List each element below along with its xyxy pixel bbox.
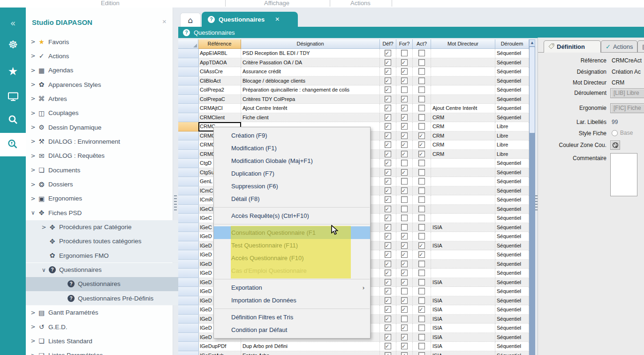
column-header-for[interactable]: For? — [396, 39, 413, 49]
checkbox-unchecked[interactable] — [401, 50, 408, 56]
checkbox-unchecked[interactable] — [418, 343, 425, 349]
cell-for[interactable] — [396, 85, 413, 95]
row-selector-cell[interactable] — [178, 150, 199, 159]
cell-act[interactable] — [413, 67, 431, 77]
cell-designation[interactable]: Assurance crédit — [241, 67, 380, 77]
cell-deroulement[interactable]: Séquentiel — [495, 315, 529, 324]
menu-item-exportation[interactable]: Exportation› — [214, 281, 370, 294]
table-corner-cell[interactable] — [178, 39, 198, 49]
cell-for[interactable] — [396, 195, 413, 205]
cell-deroulement[interactable]: Séquentiel — [495, 214, 529, 223]
cell-mot-directeur[interactable]: Ajout Centre Interêt — [431, 104, 495, 113]
menu-item-importation-de-donnees[interactable]: Importation de Données — [214, 294, 370, 307]
cell-reference[interactable]: AppEIARBL — [198, 49, 241, 58]
cell-for[interactable] — [396, 77, 413, 86]
cell-deroulement[interactable]: Libre — [495, 150, 529, 159]
cell-mot-directeur[interactable]: CRM — [431, 122, 495, 131]
cell-mot-directeur[interactable]: ISIA — [431, 223, 495, 232]
sidebar-item-dialog-environnement[interactable]: >⚒DIALOG : Environnement — [26, 134, 169, 148]
checkbox-checked[interactable] — [385, 206, 391, 212]
tab-questionnaires[interactable]: ? Questionnaires ✕ — [202, 12, 298, 27]
menubar-item-affichage[interactable]: Affichage — [264, 0, 289, 8]
checkbox-checked[interactable] — [401, 169, 408, 176]
cell-def[interactable] — [380, 205, 396, 214]
cell-mot-directeur[interactable] — [431, 95, 495, 104]
cell-deroulement[interactable]: Séquentiel — [495, 49, 529, 58]
cell-reference[interactable]: AppTDAOA — [198, 58, 241, 68]
row-selector-cell[interactable] — [178, 351, 199, 355]
cell-mot-directeur[interactable] — [431, 159, 495, 168]
sidebar-item-agendas[interactable]: >▦Agendas — [26, 63, 169, 77]
cell-def[interactable] — [380, 195, 396, 205]
sidebar-item-documents[interactable]: >❏Documents — [26, 163, 169, 177]
chevron-right-icon[interactable]: > — [30, 124, 37, 131]
checkbox-unchecked[interactable] — [401, 206, 408, 212]
checkbox-unchecked[interactable] — [418, 224, 425, 231]
cell-def[interactable] — [380, 287, 396, 296]
cell-act[interactable] — [413, 223, 431, 232]
checkbox-unchecked[interactable] — [418, 77, 425, 84]
row-selector-cell[interactable] — [178, 186, 199, 196]
cell-for[interactable] — [396, 150, 413, 159]
checkbox-checked[interactable] — [401, 251, 408, 258]
menu-item-modification-globale-maj-f1[interactable]: Modification Globale (Maj+F1) — [214, 154, 370, 167]
cell-designation[interactable]: Entete Arbo — [241, 351, 380, 355]
cell-def[interactable] — [380, 77, 396, 86]
row-selector-cell[interactable] — [178, 278, 199, 287]
cell-for[interactable] — [396, 342, 413, 351]
checkbox-checked[interactable] — [418, 306, 425, 313]
cell-act[interactable] — [413, 113, 431, 123]
cell-def[interactable] — [380, 85, 396, 95]
cell-for[interactable] — [396, 168, 413, 178]
cell-deroulement[interactable]: Séquentiel — [495, 85, 529, 95]
checkbox-unchecked[interactable] — [418, 215, 425, 221]
checkbox-unchecked[interactable] — [418, 196, 425, 203]
checkbox-checked[interactable] — [418, 132, 425, 139]
chevron-right-icon[interactable]: > — [30, 39, 37, 45]
cell-deroulement[interactable]: Séquentiel — [495, 278, 529, 287]
checkbox-checked[interactable] — [385, 151, 391, 157]
row-selector-cell[interactable] — [178, 287, 199, 296]
checkbox-checked[interactable] — [385, 324, 391, 331]
checkbox-unchecked[interactable] — [418, 169, 425, 176]
cell-for[interactable] — [396, 159, 413, 168]
chevron-right-icon[interactable]: > — [30, 181, 37, 188]
cell-mot-directeur[interactable] — [431, 49, 495, 58]
checkbox-unchecked[interactable] — [418, 68, 425, 75]
cell-def[interactable] — [380, 342, 396, 351]
cell-deroulement[interactable]: Séquentiel — [495, 205, 529, 214]
cell-act[interactable] — [413, 296, 431, 306]
checkbox-unchecked[interactable] — [418, 123, 425, 130]
checkbox-checked[interactable] — [401, 324, 408, 331]
cell-def[interactable] — [380, 67, 396, 77]
checkbox-unchecked[interactable] — [401, 160, 408, 166]
column-header-act[interactable]: Act? — [413, 39, 431, 49]
cell-mot-directeur[interactable] — [431, 67, 495, 77]
cell-act[interactable] — [413, 278, 431, 287]
cell-deroulement[interactable]: Séquentiel — [495, 223, 529, 232]
chevron-right-icon[interactable]: > — [30, 352, 37, 355]
cell-mot-directeur[interactable]: ISIA — [431, 333, 495, 342]
sidebar-item-dossiers[interactable]: >❂Dossiers — [26, 178, 169, 192]
cell-deroulement[interactable]: Séquentiel — [495, 324, 529, 333]
chevron-right-icon[interactable]: > — [30, 195, 37, 202]
cell-def[interactable] — [380, 58, 396, 68]
cell-act[interactable] — [413, 186, 431, 196]
chevron-right-icon[interactable]: > — [30, 110, 37, 116]
panel-tab-actions[interactable]: ✓Actions — [601, 40, 637, 53]
cell-for[interactable] — [396, 113, 413, 123]
checkbox-unchecked[interactable] — [418, 105, 425, 111]
sidebar-close-icon[interactable]: × — [162, 17, 167, 25]
checkbox-checked[interactable] — [385, 132, 391, 139]
cell-def[interactable] — [380, 305, 396, 315]
checkbox-unchecked[interactable] — [401, 316, 408, 322]
cell-def[interactable] — [380, 278, 396, 287]
checkbox-checked[interactable] — [385, 196, 391, 203]
cell-def[interactable] — [380, 104, 396, 113]
cell-designation[interactable]: PSD Reception BL EDI / TDY — [241, 49, 380, 58]
cell-deroulement[interactable]: Libre — [495, 131, 529, 141]
cell-act[interactable] — [413, 168, 431, 178]
cell-mot-directeur[interactable]: ISIA — [431, 278, 495, 287]
checkbox-unchecked[interactable] — [401, 224, 408, 231]
chevron-down-icon[interactable]: ∨ — [40, 267, 47, 273]
